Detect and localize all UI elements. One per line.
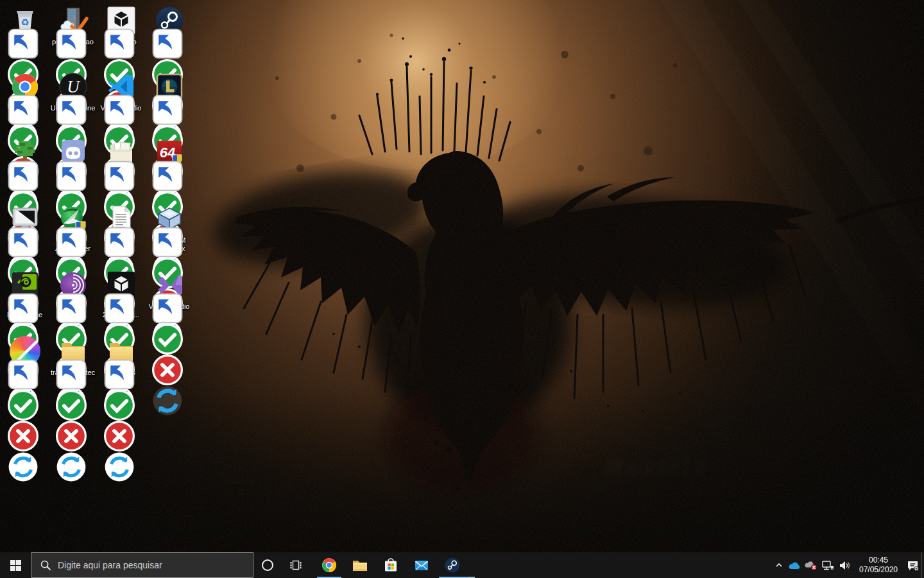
task-view-button[interactable]	[282, 552, 310, 578]
sync-badge	[56, 227, 65, 236]
steam-icon	[444, 557, 461, 574]
network-tray-icon[interactable]	[819, 552, 836, 578]
desktop-icon-programacao[interactable]: programaçao	[49, 3, 97, 69]
desktop-icon-chrome[interactable]: Google Chrome	[1, 69, 49, 135]
show-desktop-button[interactable]	[921, 552, 924, 578]
sync-badge	[56, 293, 65, 302]
vscode-icon	[106, 71, 137, 102]
desktop-icon-recycle-bin[interactable]: ♻ Lixeira	[1, 3, 49, 69]
start-button[interactable]	[0, 552, 31, 578]
hidden-icons-button[interactable]	[772, 552, 786, 578]
discord-icon	[58, 137, 89, 168]
cortana-icon	[261, 558, 275, 572]
folder-icon	[58, 336, 89, 367]
desktop-icon-jogos[interactable]: jogos	[1, 201, 49, 267]
desktop-icon-msi-afterburner[interactable]: MSI Afterburner	[49, 201, 97, 267]
desktop-icon-atalhos[interactable]: atalhos - Atalho	[1, 135, 49, 201]
desktop-icon-isos[interactable]: ISO'S	[97, 135, 145, 201]
microsoft-store-icon	[382, 557, 399, 574]
tor-onion-icon	[58, 270, 89, 301]
folder-documents-icon	[106, 137, 137, 168]
sync-badge	[152, 293, 162, 302]
server-sync-icon	[58, 5, 89, 36]
taskbar-app-file-explorer[interactable]	[345, 552, 375, 578]
taskbar-app-steam[interactable]	[437, 552, 468, 578]
desktop-icon-unreal[interactable]: U Unreal Engine	[49, 69, 97, 135]
search-icon	[40, 559, 51, 571]
sync-badge	[8, 227, 17, 236]
sync-badge	[104, 293, 114, 302]
ethernet-icon	[821, 560, 834, 571]
sync-badge	[56, 359, 65, 369]
svg-text:♻: ♻	[21, 17, 29, 28]
chevron-up-icon	[774, 561, 783, 570]
taskbar-clock[interactable]: 00:45 07/05/2020	[857, 556, 900, 575]
action-center-button[interactable]	[904, 552, 921, 578]
visual-studio-icon	[154, 270, 185, 301]
desktop-icon-virtualbox[interactable]: Oracle VM VirtualBox	[145, 201, 193, 267]
desktop-icon-discord[interactable]: Discord	[49, 135, 97, 201]
sync-badge	[104, 28, 114, 38]
unity-icon	[106, 270, 137, 301]
geforce-icon	[10, 270, 40, 301]
desktop-icon-vs2019[interactable]: Visual Studio 2019	[145, 267, 193, 333]
sync-error-tray-icon[interactable]	[803, 552, 819, 578]
taskbar-app-chrome[interactable]	[314, 552, 345, 578]
desktop-icons-grid: ♻ Lixeira programaçao Unity Hub	[1, 3, 193, 399]
task-view-icon	[289, 559, 302, 571]
sync-badge	[152, 161, 162, 170]
desktop-icon-tor[interactable]: Start Tor Browser	[49, 267, 97, 333]
system-tray: 00:45 07/05/2020	[772, 552, 924, 578]
msi-afterburner-icon	[58, 204, 89, 234]
sync-badge	[8, 359, 17, 369]
search-placeholder: Digite aqui para pesquisar	[58, 560, 162, 570]
sync-badge	[104, 161, 114, 170]
sync-badge	[56, 161, 65, 170]
desktop-icon-mr-robot[interactable]: mr robot	[97, 201, 145, 267]
desktop-icon-trabalhos-etec[interactable]: trabalhos etec	[49, 333, 97, 399]
league-of-legends-icon	[154, 71, 185, 102]
windows-logo-icon	[10, 560, 21, 571]
taskbar-app-store[interactable]	[375, 552, 406, 578]
unity-hub-icon	[106, 5, 137, 36]
volume-tray-icon[interactable]	[836, 552, 853, 578]
desktop-icon-aida64[interactable]: 64 AIDA64 Extreme	[145, 135, 193, 201]
desktop-icon-trabalhos-conde[interactable]: trabalhos conde	[97, 333, 145, 399]
windows-desktop: Hostile ♻ Lixeira programaçao	[0, 0, 924, 578]
file-explorer-icon	[352, 557, 368, 574]
sync-badge	[152, 94, 162, 104]
desktop-icon-vscode[interactable]: Visual Studio Code	[97, 69, 145, 135]
chrome-icon	[10, 71, 40, 102]
desktop-icon-lol[interactable]: lol	[145, 69, 193, 135]
pixel-tree-icon	[10, 137, 40, 168]
onedrive-cloud-icon	[788, 561, 801, 570]
taskbar-app-mail[interactable]	[406, 552, 437, 578]
virtualbox-cube-icon	[154, 204, 185, 234]
sync-badge	[104, 359, 114, 369]
desktop-icon-unity-2019[interactable]: Unity 2019.3.11...	[97, 267, 145, 333]
chrome-icon	[321, 557, 338, 574]
sync-badge	[56, 28, 65, 38]
folder-icon	[106, 336, 137, 367]
sync-badge	[8, 94, 17, 104]
taskbar-search[interactable]: Digite aqui para pesquisar	[31, 552, 253, 578]
cortana-button[interactable]	[253, 552, 282, 578]
svg-text:U: U	[67, 77, 80, 96]
crt-monitor-icon	[10, 204, 40, 234]
sync-badge	[152, 227, 162, 236]
desktop-icon-unity-hub[interactable]: Unity Hub	[97, 3, 145, 69]
speaker-icon	[838, 560, 851, 571]
steam-icon	[154, 5, 185, 36]
krita-icon	[10, 336, 40, 367]
sync-badge	[104, 94, 114, 104]
clock-date: 07/05/2020	[857, 565, 900, 575]
sync-badge	[8, 28, 17, 38]
unreal-engine-icon: U	[58, 71, 89, 102]
desktop-icon-geforce[interactable]: GeForce Experience	[1, 267, 49, 333]
desktop-icon-krita[interactable]: Krita	[1, 333, 49, 399]
desktop-icon-steam[interactable]: Steam	[145, 3, 193, 69]
text-document-icon	[106, 204, 137, 234]
onedrive-tray-icon[interactable]	[786, 552, 803, 578]
sync-badge	[8, 161, 17, 170]
notifications-icon	[906, 559, 920, 572]
